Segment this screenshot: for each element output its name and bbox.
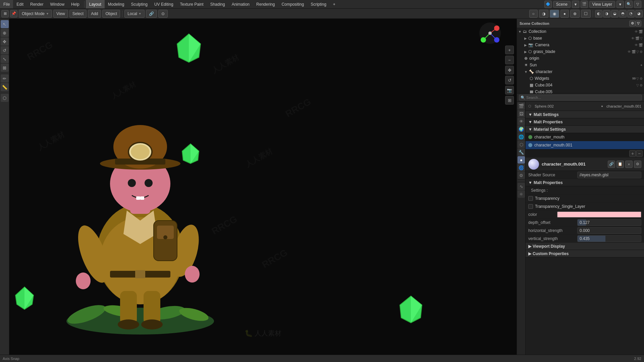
malt-props-sub-header[interactable]: ▼ Malt Properties [526,179,644,186]
xray-btn[interactable]: ☐ [581,10,591,18]
view-layer-selector[interactable]: View Layer [589,1,615,8]
cube004-render[interactable]: ⚙ [640,83,643,87]
collection-view-btn[interactable]: ⊞ [505,96,514,105]
tab-shading[interactable]: Shading [207,0,228,8]
filter-icon[interactable]: ▽ [634,1,641,8]
transparency-label[interactable]: Transparency [535,196,559,201]
vtab-constraint[interactable]: ⚙ [518,172,525,179]
pin-icon[interactable]: 📌 [10,10,17,17]
depth-offset-value[interactable]: 0.127 [577,219,641,226]
viewport-shading-1[interactable]: ○ [529,10,538,18]
vtab-world[interactable]: 🌐 [518,133,525,140]
outliner-filter-icon[interactable]: ▽ [635,20,641,26]
mat-new-btn[interactable]: 📋 [616,161,624,168]
vtab-physics[interactable]: ⚛ [518,190,525,198]
select-tool-btn[interactable]: ↖ [1,20,9,28]
tab-texture-paint[interactable]: Texture Paint [177,0,207,8]
outliner-row-origin[interactable]: ⊕ origin [517,55,644,62]
transform-tool-btn[interactable]: ⊠ [1,64,9,72]
col-render-icon[interactable]: 🎬 [639,30,643,34]
shading-opt-3[interactable]: ◒ [611,10,619,17]
outliner-row-camera[interactable]: ▶ 📷 Camera 👁 🎬 [517,42,644,48]
mat-row-character-mouth-001[interactable]: character_mouth.001 [526,141,644,149]
vtab-view[interactable]: 👁 [518,118,525,125]
tab-layout[interactable]: Layout [86,0,105,8]
mode-dropdown[interactable]: Object Mode ▼ [19,10,52,18]
shading-opt-5[interactable]: ◔ [627,10,635,17]
viewport-display-header[interactable]: ▶ Viewport Display [526,243,644,250]
select-btn[interactable]: Select [69,10,87,18]
transparency-single-checkbox[interactable] [528,204,533,209]
viewport[interactable]: RRCG 人人素材 人人素材 RRCG 人人素材 RRCG 人人素材 RRCG … [9,19,517,355]
cursor-tool-btn[interactable]: ⊕ [1,29,9,37]
scale-tool-btn[interactable]: ⤡ [1,55,9,63]
grass-render-icon[interactable]: 🎬 [632,50,636,54]
add-primitive-btn[interactable]: ⬡ [1,94,9,102]
tab-animation[interactable]: Animation [228,0,253,8]
tab-uv-editing[interactable]: UV Editing [151,0,177,8]
camera-view-btn[interactable]: 📷 [505,86,514,95]
shading-opt-6[interactable]: ◕ [635,10,643,17]
tab-compositing[interactable]: Compositing [278,0,307,8]
custom-props-header[interactable]: ▶ Custom Properties [526,250,644,257]
view-layer-options-icon[interactable]: ▼ [616,1,624,8]
vtab-scene[interactable]: 🌍 [518,125,525,133]
malt-settings-header[interactable]: ▼ Malt Settings [526,111,644,118]
scene-options-icon[interactable]: ▼ [572,1,579,8]
object-btn[interactable]: Object [102,10,120,18]
vtab-render[interactable]: 🎬 [518,102,525,110]
transparency-single-label[interactable]: Transparency_Single_Layer [535,204,585,209]
widgets-render[interactable]: ⚙ [640,77,643,80]
widgets-vis[interactable]: ▽ [636,77,639,80]
viewport-shading-2[interactable]: ◑ [539,10,548,18]
color-swatch[interactable] [557,212,641,218]
mat-link-btn[interactable]: 🔗 [608,161,615,168]
tab-scripting[interactable]: Scripting [307,0,330,8]
overlay-btn[interactable]: ⊕ [570,10,580,18]
menu-edit[interactable]: Edit [13,0,27,8]
snap-btn[interactable]: 🔗 [146,10,157,18]
malt-properties-header[interactable]: ▼ Malt Properties [526,118,644,126]
annotate-tool-btn[interactable]: ✏ [1,74,9,82]
horizontal-strength-value[interactable]: 0.000 [577,227,641,234]
transform-dropdown[interactable]: Local ▼ [124,10,145,18]
menu-help[interactable]: Help [68,0,83,8]
tab-modeling[interactable]: Modeling [105,0,128,8]
outliner-row-collection[interactable]: ▼ 🗂 Collection 👁 🎬 [517,28,644,35]
add-material-btn[interactable]: + [629,150,636,157]
mat-remove-btn[interactable]: × [625,161,633,168]
tab-rendering[interactable]: Rendering [253,0,278,8]
cube004-vis[interactable]: ▽ [636,83,639,87]
outliner-row-cube005[interactable]: ▦ Cube.005 [517,88,644,94]
tab-add[interactable]: + [330,0,339,8]
outliner-row-character[interactable]: ▼ 🦴 character [517,68,644,75]
mat-row-character-mouth[interactable]: character_mouth [526,133,644,141]
outliner-row-sun[interactable]: ☀ Sun ✦ [517,62,644,68]
measure-tool-btn[interactable]: 📏 [1,83,9,91]
remove-material-btn[interactable]: − [636,150,643,157]
vertical-strength-value[interactable]: 0.435 [577,235,641,242]
vtab-object[interactable]: ⬡ [518,141,525,148]
rotate-tool-btn[interactable]: ↺ [1,46,9,54]
vtab-particles[interactable]: ∿ [518,183,525,190]
outliner-row-grass[interactable]: ▶ ⬡ grass_blade 👁 🎬 ▽ ⚙ [517,48,644,55]
cam-vis-icon[interactable]: 👁 [635,43,638,47]
material-settings-header[interactable]: ▼ Material Settings [526,126,644,133]
outliner-row-base[interactable]: ▶ ⬡ base 👁 🎬 ▽ [517,35,644,42]
vtab-data[interactable]: 🌀 [518,164,525,171]
transparency-checkbox[interactable] [528,196,533,201]
vtab-material[interactable]: ● [518,156,525,164]
view-btn[interactable]: View [53,10,68,18]
base-vis-icon[interactable]: 👁 [631,37,635,40]
zoom-in-btn[interactable]: + [505,46,514,54]
shading-opt-2[interactable]: ◑ [603,10,610,17]
scene-selector[interactable]: Scene [553,1,571,8]
orbit-btn[interactable]: ↺ [505,76,514,84]
menu-window[interactable]: Window [47,0,68,8]
vtab-modifier[interactable]: 🔧 [518,148,525,156]
viewport-shading-3[interactable]: ◉ [550,10,559,18]
menu-file[interactable]: File [0,0,13,8]
col-eye-icon[interactable]: 👁 [635,30,638,34]
shader-source-value[interactable]: //eyes.mesh.glsl [577,172,641,178]
viewport-shading-4[interactable]: ● [560,10,569,18]
